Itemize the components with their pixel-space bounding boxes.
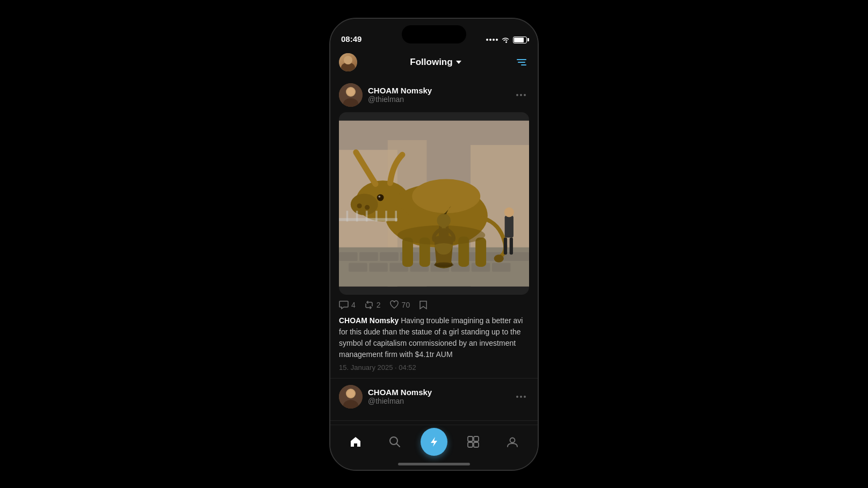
signal-icon [486, 39, 498, 41]
svg-rect-51 [395, 210, 397, 221]
wifi-icon [501, 37, 510, 43]
tweet-user-info-1: CHOAM Nomsky @thielman [368, 86, 432, 104]
tweet-card-1: CHOAM Nomsky @thielman [330, 77, 538, 378]
tweet-header-2: CHOAM Nomsky @thielman [339, 385, 529, 409]
svg-point-59 [347, 390, 355, 397]
like-button-1[interactable]: 70 [389, 300, 410, 310]
retweet-button-1[interactable]: 2 [364, 300, 381, 310]
svg-point-53 [504, 207, 514, 217]
lightning-circle [421, 428, 447, 456]
more-dots-icon [516, 94, 526, 96]
nav-lightning-button[interactable] [421, 430, 447, 454]
svg-rect-25 [492, 263, 510, 271]
header-avatar[interactable] [339, 53, 357, 71]
svg-rect-54 [504, 237, 507, 254]
more-dots-icon-2 [516, 396, 526, 398]
svg-rect-46 [346, 210, 349, 221]
tweet-inline-author-1: CHOAM Nomsky [339, 316, 399, 325]
svg-rect-10 [359, 252, 378, 260]
dynamic-island [402, 25, 466, 43]
svg-point-33 [412, 179, 480, 213]
svg-point-38 [494, 254, 504, 263]
svg-point-29 [357, 203, 362, 208]
svg-rect-9 [339, 252, 357, 260]
tweet-avatar-1[interactable] [339, 83, 363, 107]
svg-rect-47 [356, 210, 358, 221]
nav-home-button[interactable] [342, 430, 369, 454]
tweet-card-2: CHOAM Nomsky @thielman [330, 378, 538, 421]
tweet-user-2[interactable]: CHOAM Nomsky @thielman [339, 385, 432, 409]
tweet-author-handle-2: @thielman [368, 397, 432, 405]
tweet-image-1 [339, 112, 529, 295]
tweet-text-1: CHOAM Nomsky Having trouble imagining a … [339, 315, 529, 360]
svg-point-3 [347, 88, 355, 96]
app-content[interactable]: Following [330, 48, 538, 425]
nav-profile-button[interactable] [499, 430, 526, 454]
svg-rect-19 [369, 263, 387, 271]
svg-rect-11 [380, 252, 398, 260]
heart-icon [389, 300, 399, 310]
svg-rect-52 [505, 215, 513, 237]
svg-point-44 [434, 262, 453, 267]
svg-rect-48 [366, 210, 368, 221]
bookmark-button-1[interactable] [418, 300, 428, 310]
svg-point-42 [437, 214, 450, 227]
app-header: Following [330, 48, 538, 77]
status-icons [486, 37, 527, 43]
svg-rect-62 [468, 436, 473, 441]
feed-title: Following [410, 57, 452, 68]
search-icon [389, 436, 401, 448]
nav-search-button[interactable] [381, 430, 408, 454]
nav-spaces-button[interactable] [460, 430, 487, 454]
like-count-1: 70 [402, 301, 410, 309]
svg-rect-55 [510, 237, 513, 254]
comment-icon [339, 300, 349, 310]
lightning-icon [428, 436, 440, 448]
svg-point-28 [351, 193, 378, 215]
tweet-user-1[interactable]: CHOAM Nomsky @thielman [339, 83, 432, 107]
tweet-avatar-2[interactable] [339, 385, 363, 409]
tweet-author-handle-1: @thielman [368, 95, 432, 104]
svg-rect-63 [474, 436, 479, 441]
profile-icon [507, 436, 518, 448]
filter-button[interactable] [514, 55, 529, 70]
svg-rect-50 [385, 210, 387, 221]
tweet-header-1: CHOAM Nomsky @thielman [339, 83, 529, 107]
avatar-svg-2 [339, 385, 363, 409]
bookmark-icon [418, 300, 428, 310]
svg-point-32 [379, 195, 381, 198]
retweet-icon [364, 300, 374, 310]
header-title-container[interactable]: Following [410, 57, 461, 68]
tweet-more-button-2[interactable] [513, 389, 529, 405]
home-icon [349, 435, 362, 448]
svg-point-66 [510, 438, 515, 443]
tweet-author-name-1: CHOAM Nomsky [368, 86, 432, 95]
svg-point-31 [377, 194, 384, 201]
tweet-more-button-1[interactable] [513, 87, 529, 103]
spaces-icon [467, 436, 479, 448]
tweet-timestamp-1: 15. January 2025 · 04:52 [339, 363, 529, 372]
svg-rect-64 [468, 442, 473, 447]
svg-line-61 [396, 444, 400, 447]
svg-rect-49 [375, 210, 378, 221]
svg-rect-18 [349, 263, 367, 271]
svg-rect-43 [442, 225, 446, 228]
svg-rect-37 [475, 237, 486, 266]
retweet-count-1: 2 [377, 301, 381, 309]
tweet-author-name-2: CHOAM Nomsky [368, 388, 432, 397]
comment-count-1: 4 [351, 301, 356, 309]
filter-lines-icon [517, 59, 526, 65]
home-indicator [398, 463, 470, 465]
bull-girl-scene-svg [339, 112, 529, 295]
phone-frame: 08:49 [329, 18, 539, 471]
svg-rect-65 [474, 442, 479, 447]
chevron-down-icon [456, 61, 461, 64]
comment-button-1[interactable]: 4 [339, 300, 356, 310]
avatar-svg-1 [339, 83, 363, 107]
battery-icon [513, 37, 527, 43]
tweet-user-info-2: CHOAM Nomsky @thielman [368, 388, 432, 405]
engagement-bar-1: 4 2 [339, 300, 529, 310]
svg-point-30 [365, 205, 370, 209]
